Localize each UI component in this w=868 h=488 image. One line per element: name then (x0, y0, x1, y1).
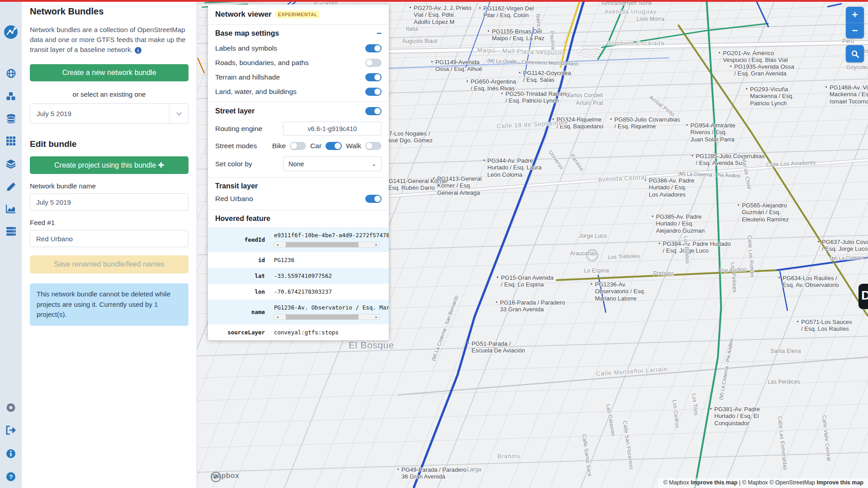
map-stop-dot (501, 92, 503, 94)
zoom-in-button[interactable]: + (846, 7, 864, 23)
server-icon (6, 227, 16, 236)
car-mode-toggle[interactable] (326, 142, 342, 150)
map-stop-label: PG1935-Avenida Ossa / Esq. Gran Avenida (734, 63, 794, 77)
base-map-settings-heading: Base map settings (215, 29, 279, 38)
loading-progress-bar (0, 0, 868, 2)
improve-map-link-2: Improve this map (817, 479, 864, 486)
map-stop-label: PG250-Trinidad Ramírez / Esq. Patricio L… (505, 90, 571, 104)
pencil-icon (6, 182, 16, 192)
collapse-section-button[interactable]: − (377, 30, 382, 37)
horizontal-scrollbar[interactable]: ◄ ► (274, 242, 380, 248)
feature-row-feedId: feedId e9311f6f-10be-4be7-a4d9-2272f5747… (208, 227, 389, 252)
map-stop-dot (433, 177, 435, 179)
sidebar-item-regional-analyses[interactable] (0, 227, 22, 236)
land-water-and-buildings-toggle[interactable] (365, 88, 382, 96)
bundle-select[interactable]: July 5 2019 (30, 103, 189, 124)
bundle-name-label: Network bundle name (30, 182, 189, 190)
map-label: Italia (406, 26, 418, 32)
feature-row-name: name PG1236-Av. Observatorio / Esq. Mari… (208, 300, 389, 324)
zoom-out-button[interactable]: − (846, 23, 864, 38)
sidebar-item-layers[interactable] (0, 159, 22, 169)
map-stop-dot (686, 124, 688, 126)
toggle-label: Terrain and hillshade (215, 73, 280, 81)
scroll-left-icon[interactable]: ◄ (274, 242, 280, 247)
routing-engine-input[interactable] (283, 122, 382, 136)
mapbox-logo[interactable]: mapbox (211, 472, 239, 480)
sidebar-item-info[interactable] (0, 449, 22, 459)
database-icon (6, 114, 16, 124)
map-label: Las Perdices (768, 379, 800, 385)
chevron-down-icon (169, 104, 188, 123)
toggle-label: Labels and symbols (215, 44, 277, 52)
scroll-right-icon[interactable]: ► (373, 314, 379, 319)
feature-key: name (208, 300, 270, 324)
terrain-and-hillshade-toggle[interactable] (365, 73, 382, 81)
map-stop-dot (466, 80, 468, 82)
delete-warning-alert: This network bundle cannot be deleted wh… (30, 283, 189, 326)
chart-area-icon (6, 204, 16, 213)
layers-icon (6, 159, 16, 169)
scroll-left-icon[interactable]: ◄ (274, 314, 280, 319)
sidebar-item-bundles[interactable] (0, 92, 22, 101)
set-color-by-label: Set color by (215, 160, 252, 168)
horizontal-scrollbar[interactable]: ◄ ► (274, 314, 380, 320)
bike-mode-label: Bike (272, 142, 286, 150)
street-layer-toggle[interactable] (365, 107, 382, 115)
map-stop-dot (817, 240, 820, 243)
map-stop-label: PG386-Av. Padre Hurtado / Esq. Los Aviad… (649, 177, 694, 198)
labels-and-symbols-toggle[interactable] (365, 44, 382, 52)
conveyal-logo-icon (4, 25, 18, 39)
create-bundle-button[interactable]: Create a new network bundle (30, 64, 189, 81)
experimental-badge: EXPERIMENTAL (275, 10, 320, 19)
network-bundles-panel: Network Bundles Network bundles are a co… (22, 0, 197, 488)
bike-mode-toggle[interactable] (290, 142, 306, 150)
svg-text:?: ? (9, 474, 13, 480)
question-circle-icon: ? (6, 472, 16, 482)
sidebar-item-projects[interactable] (0, 136, 22, 145)
feed-1-input[interactable] (30, 230, 189, 247)
edit-bundle-heading: Edit bundle (30, 139, 189, 149)
map-edge-popup: D (859, 284, 868, 309)
set-color-by-value: None (288, 160, 304, 168)
map-stop-dot (718, 52, 721, 54)
bundle-name-input[interactable] (30, 193, 189, 211)
map-stop-dot (691, 155, 693, 157)
info-tooltip-icon[interactable]: i (135, 47, 142, 54)
map-stop-dot (737, 204, 740, 206)
set-color-by-select[interactable]: None ⌄ (283, 156, 382, 171)
dot-circle-icon (6, 403, 16, 413)
create-project-button[interactable]: Create project using this bundle ✚ (30, 156, 189, 174)
map-stop-dot (431, 61, 433, 63)
transit-feed-label: Red Urbano (215, 195, 253, 203)
map-search-button[interactable] (846, 45, 864, 62)
sidebar-item-help[interactable]: ? (0, 472, 22, 482)
sidebar-item-logout[interactable] (0, 426, 22, 435)
globe-icon (6, 69, 16, 78)
map-label: Larga (467, 466, 481, 473)
zoom-control-group: + − (846, 7, 864, 38)
save-names-button[interactable]: Save renamed bundle/feed names (30, 255, 189, 273)
map-attribution[interactable]: © Mapbox Improve this map | © Mapbox © O… (658, 478, 868, 488)
sidebar-item-edit[interactable] (0, 182, 22, 192)
scroll-right-icon[interactable]: ► (373, 242, 379, 247)
roads-boundaries-and-paths-toggle[interactable] (365, 59, 382, 67)
sidebar-item-status[interactable] (0, 403, 22, 413)
walk-mode-toggle[interactable] (365, 142, 382, 150)
info-circle-icon (6, 449, 16, 459)
map-label: Avenida Uruguay (604, 8, 656, 15)
sidebar-item-regions[interactable] (0, 69, 22, 78)
transit-feed-toggle[interactable] (365, 195, 382, 203)
map-label: Goycolea (846, 64, 868, 70)
map-label: Augusto Biaut (402, 38, 437, 44)
map-stop-dot (467, 342, 469, 344)
hovered-feature-table: feedId e9311f6f-10be-4be7-a4d9-2272f5747… (208, 227, 389, 340)
map-stop-label: PG1142-Goycolea / Esq. Salas (523, 70, 571, 84)
map-stop-dot (797, 320, 799, 323)
sidebar-item-home[interactable] (0, 25, 22, 39)
toggle-label: Roads, boundaries, and paths (215, 59, 309, 67)
bundle-select-value: July 5 2019 (30, 104, 169, 123)
map-label: Brahms (497, 453, 520, 460)
sidebar-item-opportunity-datasets[interactable] (0, 114, 22, 124)
sidebar-item-analysis[interactable] (0, 204, 22, 213)
map-stop-label: PG1149-Avenida Ossa / Esq. Alhué (435, 59, 482, 73)
